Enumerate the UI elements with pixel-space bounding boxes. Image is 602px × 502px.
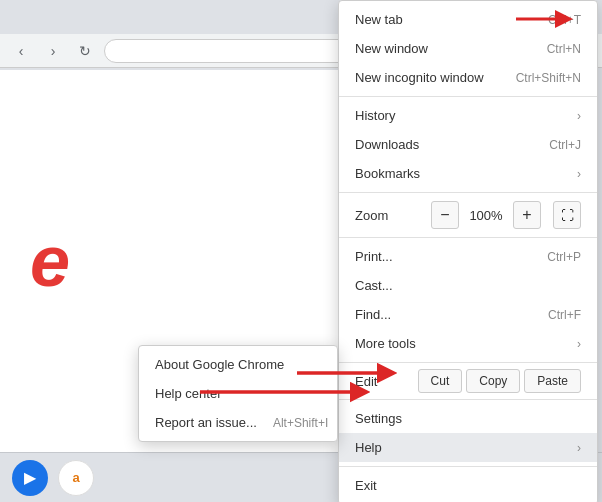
separator-6	[339, 466, 597, 467]
chrome-menu: New tab Ctrl+T New window Ctrl+N New inc…	[338, 0, 598, 502]
menu-item-exit[interactable]: Exit	[339, 471, 597, 500]
zoom-row: Zoom − 100% + ⛶	[339, 197, 597, 233]
zoom-value: 100%	[467, 208, 505, 223]
menu-item-downloads[interactable]: Downloads Ctrl+J	[339, 130, 597, 159]
menu-item-find[interactable]: Find... Ctrl+F	[339, 300, 597, 329]
submenu-item-help-center[interactable]: Help center	[139, 379, 337, 408]
refresh-button[interactable]: ↻	[72, 38, 98, 64]
separator-2	[339, 192, 597, 193]
menu-item-more-tools[interactable]: More tools ›	[339, 329, 597, 358]
fullscreen-button[interactable]: ⛶	[553, 201, 581, 229]
menu-item-cast[interactable]: Cast...	[339, 271, 597, 300]
submenu-item-about[interactable]: About Google Chrome	[139, 350, 337, 379]
separator-5	[339, 399, 597, 400]
zoom-in-button[interactable]: +	[513, 201, 541, 229]
menu-item-incognito[interactable]: New incognito window Ctrl+Shift+N	[339, 63, 597, 92]
cut-button[interactable]: Cut	[418, 369, 463, 393]
paste-button[interactable]: Paste	[524, 369, 581, 393]
help-submenu: About Google Chrome Help center Report a…	[138, 345, 338, 442]
menu-item-new-window[interactable]: New window Ctrl+N	[339, 34, 597, 63]
menu-item-print[interactable]: Print... Ctrl+P	[339, 242, 597, 271]
separator-4	[339, 362, 597, 363]
menu-item-new-tab[interactable]: New tab Ctrl+T	[339, 5, 597, 34]
browser-window: ☆ 👤 ⋮ ‹ › ↻ e ▶ a New tab Ctrl+T	[0, 0, 602, 502]
menu-item-settings[interactable]: Settings	[339, 404, 597, 433]
google-logo-e: e	[30, 220, 70, 302]
menu-item-help[interactable]: Help ›	[339, 433, 597, 462]
zoom-out-button[interactable]: −	[431, 201, 459, 229]
separator-3	[339, 237, 597, 238]
separator-1	[339, 96, 597, 97]
menu-item-history[interactable]: History ›	[339, 101, 597, 130]
amazon-button[interactable]: a	[58, 460, 94, 496]
submenu-item-report-issue[interactable]: Report an issue... Alt+Shift+I	[139, 408, 337, 437]
menu-item-bookmarks[interactable]: Bookmarks ›	[339, 159, 597, 188]
back-button[interactable]: ‹	[8, 38, 34, 64]
edit-row: Edit Cut Copy Paste	[339, 367, 597, 395]
edit-actions: Cut Copy Paste	[418, 369, 581, 393]
copy-button[interactable]: Copy	[466, 369, 520, 393]
forward-button[interactable]: ›	[40, 38, 66, 64]
play-button[interactable]: ▶	[12, 460, 48, 496]
zoom-controls: − 100% + ⛶	[431, 201, 581, 229]
